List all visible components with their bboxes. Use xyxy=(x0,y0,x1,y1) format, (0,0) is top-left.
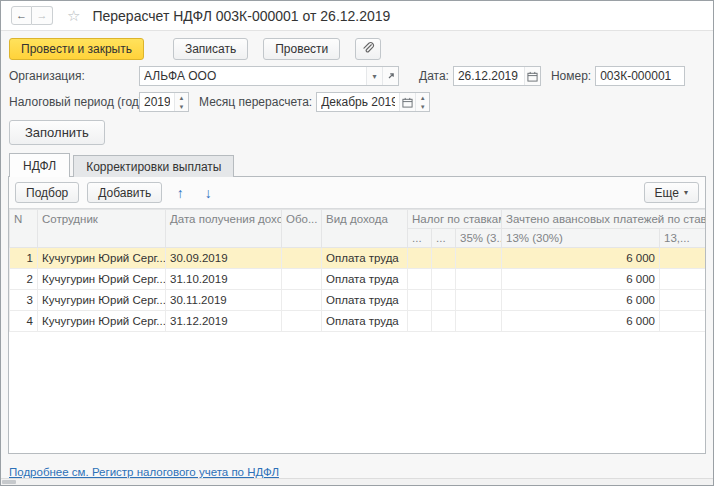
table-row[interactable]: 4 Кучугурин Юрий Серг... 31.12.2019 Опла… xyxy=(10,311,706,332)
cell-income-type[interactable]: Оплата труда xyxy=(322,248,408,269)
table-toolbar: Подбор Добавить ↑ ↓ Еще ▾ xyxy=(9,177,705,208)
title-bar: ← → ☆ Перерасчет НДФЛ 003К-000001 от 26.… xyxy=(1,1,713,31)
save-button[interactable]: Записать xyxy=(173,38,248,60)
forward-button[interactable]: → xyxy=(32,6,53,25)
arrow-up-icon: ↑ xyxy=(177,186,184,200)
command-bar: Провести и закрыть Записать Провести xyxy=(1,31,713,66)
more-button[interactable]: Еще ▾ xyxy=(644,182,699,203)
cell-division[interactable] xyxy=(282,311,322,332)
number-label: Номер: xyxy=(551,69,591,83)
recalc-month-label: Месяц перерасчета: xyxy=(199,95,312,109)
cell-income-date[interactable]: 30.11.2019 xyxy=(166,290,282,311)
fill-row: Заполнить xyxy=(1,118,713,145)
header-fields-row-1: Организация: ▾ Дата: Номер: xyxy=(1,66,713,86)
cell-income-type[interactable]: Оплата труда xyxy=(322,290,408,311)
spin-up-icon[interactable]: ▲ xyxy=(416,93,429,102)
cell-tax-rate-2[interactable] xyxy=(432,311,456,332)
organization-input[interactable] xyxy=(140,67,366,85)
cell-tax-rate-35[interactable] xyxy=(456,269,502,290)
col-header-division: Обо... xyxy=(282,210,322,248)
cell-advance-13[interactable]: 6 000 xyxy=(502,311,660,332)
post-button[interactable]: Провести xyxy=(263,38,340,60)
date-calendar-icon[interactable] xyxy=(524,67,540,85)
pick-button[interactable]: Подбор xyxy=(15,182,79,203)
organization-field: ▾ xyxy=(139,66,399,86)
date-label: Дата: xyxy=(419,69,449,83)
cell-employee[interactable]: Кучугурин Юрий Серг... xyxy=(38,311,166,332)
cell-tax-rate-2[interactable] xyxy=(432,248,456,269)
organization-dropdown-icon[interactable]: ▾ xyxy=(366,67,382,85)
chevron-down-icon: ▾ xyxy=(684,188,688,197)
register-details-link[interactable]: Подробнее см. Регистр налогового учета п… xyxy=(9,466,279,478)
cell-income-date[interactable]: 31.10.2019 xyxy=(166,269,282,290)
ndfl-table: N Сотрудник Дата получения дохода Обо...… xyxy=(9,209,705,332)
cell-tax-rate-1[interactable] xyxy=(408,290,432,311)
back-arrow-icon: ← xyxy=(16,10,27,21)
move-down-button[interactable]: ↓ xyxy=(198,183,218,203)
tax-period-field: ▲ ▼ xyxy=(139,92,189,112)
cell-advance-2[interactable] xyxy=(660,290,706,311)
cell-tax-rate-2[interactable] xyxy=(432,290,456,311)
back-button[interactable]: ← xyxy=(11,6,32,25)
attachments-button[interactable] xyxy=(355,38,381,60)
recalc-month-input[interactable] xyxy=(317,93,399,111)
cell-tax-rate-1[interactable] xyxy=(408,248,432,269)
spin-up-icon[interactable]: ▲ xyxy=(175,93,188,102)
cell-division[interactable] xyxy=(282,269,322,290)
fill-button[interactable]: Заполнить xyxy=(9,120,105,145)
number-input[interactable] xyxy=(595,66,685,86)
table-area: N Сотрудник Дата получения дохода Обо...… xyxy=(9,208,705,453)
tab-payment-corrections[interactable]: Корректировки выплаты xyxy=(73,155,234,177)
tab-ndfl[interactable]: НДФЛ xyxy=(9,153,70,177)
move-up-button[interactable]: ↑ xyxy=(170,183,190,203)
col-header-income-type: Вид дохода xyxy=(322,210,408,248)
cell-income-type[interactable]: Оплата труда xyxy=(322,269,408,290)
date-input[interactable] xyxy=(454,67,524,85)
cell-employee[interactable]: Кучугурин Юрий Серг... xyxy=(38,269,166,290)
spin-down-icon[interactable]: ▼ xyxy=(175,102,188,111)
cell-tax-rate-35[interactable] xyxy=(456,311,502,332)
cell-advance-2[interactable] xyxy=(660,269,706,290)
tax-period-input[interactable] xyxy=(140,93,174,111)
organization-open-icon[interactable] xyxy=(382,67,398,85)
page-title: Перерасчет НДФЛ 003К-000001 от 26.12.201… xyxy=(92,8,390,24)
cell-advance-13[interactable]: 6 000 xyxy=(502,269,660,290)
cell-tax-rate-35[interactable] xyxy=(456,248,502,269)
table-row[interactable]: 1 Кучугурин Юрий Серг... 30.09.2019 Опла… xyxy=(10,248,706,269)
cell-advance-2[interactable] xyxy=(660,248,706,269)
cell-division[interactable] xyxy=(282,290,322,311)
horizontal-scrollbar[interactable] xyxy=(1,478,713,485)
tax-period-spinner[interactable]: ▲ ▼ xyxy=(174,93,188,111)
spin-down-icon[interactable]: ▼ xyxy=(416,102,429,111)
cell-advance-13[interactable]: 6 000 xyxy=(502,248,660,269)
cell-income-date[interactable]: 31.12.2019 xyxy=(166,311,282,332)
cell-line-number[interactable]: 1 xyxy=(10,248,38,269)
col-header-employee: Сотрудник xyxy=(38,210,166,248)
cell-tax-rate-35[interactable] xyxy=(456,290,502,311)
post-and-close-button[interactable]: Провести и закрыть xyxy=(9,38,144,60)
recalc-month-calendar-icon[interactable] xyxy=(399,93,415,111)
cell-income-date[interactable]: 30.09.2019 xyxy=(166,248,282,269)
col-group-advance-payments: Зачтено авансовых платежей по ставкам xyxy=(502,210,706,229)
cell-tax-rate-1[interactable] xyxy=(408,269,432,290)
cell-advance-13[interactable]: 6 000 xyxy=(502,290,660,311)
favorite-star-icon[interactable]: ☆ xyxy=(67,7,80,25)
cell-division[interactable] xyxy=(282,248,322,269)
recalc-month-field: ▲ ▼ xyxy=(316,92,430,112)
cell-advance-2[interactable] xyxy=(660,311,706,332)
table-row[interactable]: 3 Кучугурин Юрий Серг... 30.11.2019 Опла… xyxy=(10,290,706,311)
add-button[interactable]: Добавить xyxy=(87,182,162,203)
organization-label: Организация: xyxy=(9,69,135,83)
cell-employee[interactable]: Кучугурин Юрий Серг... xyxy=(38,290,166,311)
scrollbar-thumb[interactable] xyxy=(2,480,16,484)
col-header-advance-13: 13% (30%) xyxy=(502,229,660,248)
recalc-month-spinner[interactable]: ▲ ▼ xyxy=(415,93,429,111)
cell-employee[interactable]: Кучугурин Юрий Серг... xyxy=(38,248,166,269)
cell-tax-rate-1[interactable] xyxy=(408,311,432,332)
cell-line-number[interactable]: 2 xyxy=(10,269,38,290)
cell-income-type[interactable]: Оплата труда xyxy=(322,311,408,332)
table-row[interactable]: 2 Кучугурин Юрий Серг... 31.10.2019 Опла… xyxy=(10,269,706,290)
cell-tax-rate-2[interactable] xyxy=(432,269,456,290)
cell-line-number[interactable]: 3 xyxy=(10,290,38,311)
cell-line-number[interactable]: 4 xyxy=(10,311,38,332)
